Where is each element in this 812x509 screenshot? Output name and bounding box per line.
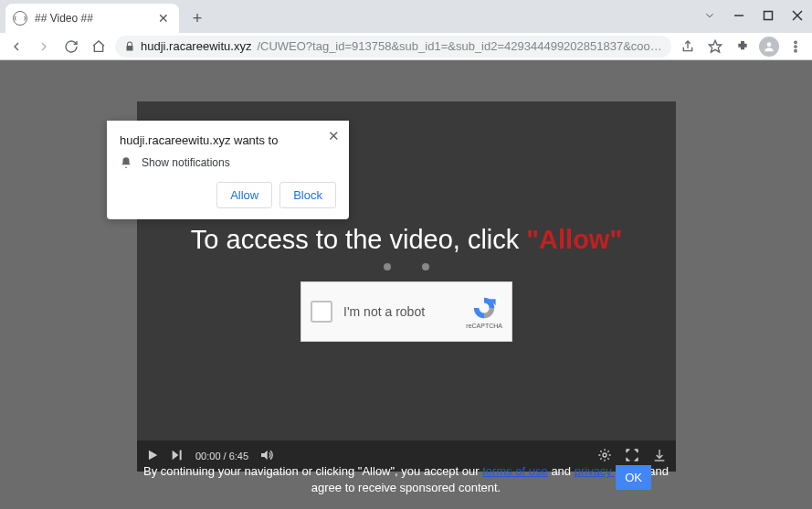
svg-marker-10 (149, 450, 157, 460)
svg-marker-11 (173, 450, 179, 460)
window-controls (695, 0, 812, 31)
chevron-down-icon[interactable] (695, 0, 724, 31)
tab-title: ## Video ## (35, 12, 150, 25)
svg-point-5 (767, 42, 772, 47)
recaptcha-brand-text: reCAPTCHA (466, 323, 502, 329)
consent-ok-button[interactable]: OK (616, 465, 651, 490)
share-button[interactable] (677, 36, 699, 58)
home-button[interactable] (88, 36, 110, 58)
address-bar[interactable]: hudji.racareewitu.xyz/CUWEO?tag_id=91375… (115, 36, 671, 58)
close-popup-icon[interactable]: ✕ (328, 128, 340, 144)
page-content: To access to the video, click "Allow" I'… (0, 60, 812, 509)
permission-label: Show notifications (142, 156, 230, 169)
consent-text: By continuing your navigation or clickin… (143, 463, 669, 495)
svg-rect-1 (765, 12, 773, 20)
profile-avatar[interactable] (759, 37, 779, 57)
recaptcha-checkbox[interactable] (311, 301, 332, 323)
minimize-button[interactable] (724, 0, 754, 31)
svg-rect-12 (180, 450, 182, 460)
svg-marker-4 (709, 40, 721, 52)
browser-tab[interactable]: ## Video ## ✕ (5, 4, 179, 33)
recaptcha-widget: I'm not a robot reCAPTCHA (301, 281, 512, 342)
close-window-button[interactable] (783, 0, 812, 31)
url-domain: hudji.racareewitu.xyz (141, 39, 251, 53)
loading-dots (137, 263, 676, 270)
url-path: /CUWEO?tag_id=913758&sub_id1=&sub_id2=42… (257, 39, 662, 53)
block-button[interactable]: Block (279, 182, 336, 208)
maximize-button[interactable] (754, 0, 783, 31)
svg-point-7 (795, 45, 796, 47)
svg-marker-13 (261, 450, 268, 460)
svg-point-8 (795, 49, 796, 51)
reload-button[interactable] (60, 36, 82, 58)
permission-title: hudji.racareewitu.xyz wants to (120, 133, 336, 147)
headline-text: To access to the video, click (191, 225, 527, 254)
consent-bar: By continuing your navigation or clickin… (0, 460, 812, 500)
notification-permission-popup: ✕ hudji.racareewitu.xyz wants to Show no… (107, 121, 349, 219)
new-tab-button[interactable]: + (185, 5, 210, 31)
browser-titlebar: ## Video ## ✕ + (0, 0, 812, 33)
close-tab-icon[interactable]: ✕ (157, 12, 170, 25)
svg-point-14 (603, 453, 606, 457)
allow-button[interactable]: Allow (216, 182, 272, 208)
bell-icon (120, 156, 132, 169)
menu-button[interactable] (785, 36, 807, 58)
page-headline: To access to the video, click "Allow" (137, 225, 676, 255)
browser-toolbar: hudji.racareewitu.xyz/CUWEO?tag_id=91375… (0, 33, 812, 60)
extensions-button[interactable] (732, 36, 754, 58)
svg-point-6 (795, 41, 796, 43)
recaptcha-brand: reCAPTCHA (466, 295, 502, 329)
globe-icon (13, 11, 27, 26)
lock-icon (124, 41, 135, 52)
bookmark-button[interactable] (704, 36, 726, 58)
terms-link[interactable]: terms of use (482, 464, 548, 478)
headline-allow: "Allow" (526, 225, 622, 254)
recaptcha-label: I'm not a robot (343, 304, 455, 319)
forward-button[interactable] (33, 36, 55, 58)
back-button[interactable] (5, 36, 27, 58)
